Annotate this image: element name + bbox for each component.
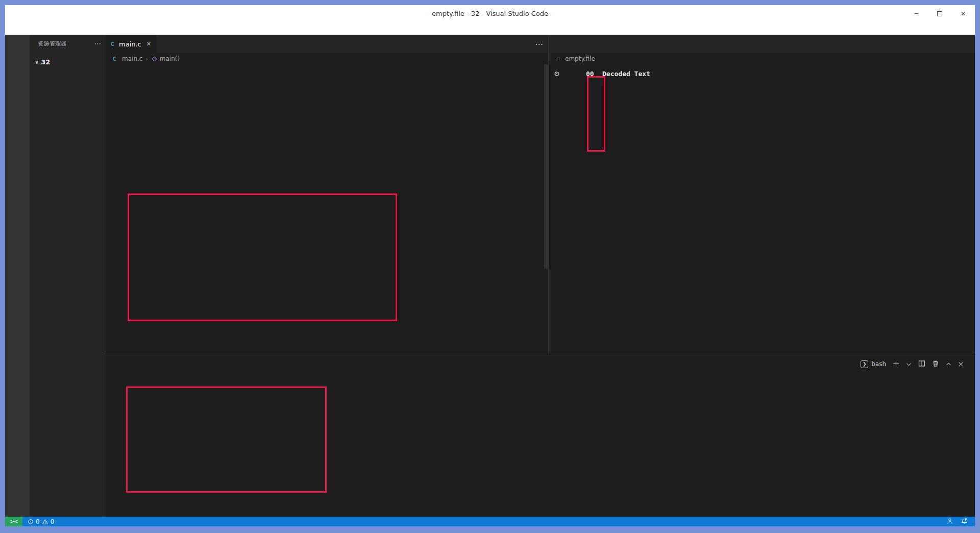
window-controls: ─ ✕ bbox=[904, 5, 975, 22]
breadcrumb-file: empty.file bbox=[565, 55, 595, 62]
panel-header: ❯ bash bbox=[106, 355, 975, 373]
editor-and-panel: C main.c ✕ ⋯ C main.c › bbox=[106, 35, 975, 517]
close-icon[interactable]: ✕ bbox=[146, 41, 151, 47]
problems-status[interactable]: 0 0 bbox=[22, 518, 54, 525]
maximize-icon bbox=[937, 11, 942, 16]
maximize-panel-icon[interactable] bbox=[946, 359, 951, 369]
terminal-icon: ❯ bbox=[861, 360, 868, 368]
tab-main-c[interactable]: C main.c ✕ bbox=[106, 35, 157, 53]
decoded-text-header: Decoded Text bbox=[602, 70, 650, 78]
desktop-frame: empty.file - 32 - Visual Studio Code ─ ✕… bbox=[0, 0, 980, 533]
breadcrumb-hex[interactable]: ≡ empty.file bbox=[549, 53, 975, 64]
chevron-down-icon[interactable] bbox=[906, 359, 912, 369]
editor-groups: C main.c ✕ ⋯ C main.c › bbox=[106, 35, 975, 355]
menu-bar bbox=[5, 22, 975, 35]
terminal-picker[interactable]: ❯ bash bbox=[861, 360, 886, 368]
more-actions-icon[interactable]: ⋯ bbox=[535, 39, 543, 49]
code-editor[interactable] bbox=[106, 64, 548, 355]
folder-root-label: 32 bbox=[41, 58, 50, 66]
c-file-icon: C bbox=[111, 41, 119, 47]
warning-count: 0 bbox=[51, 518, 55, 525]
breadcrumb-separator: › bbox=[144, 56, 149, 62]
window-title: empty.file - 32 - Visual Studio Code bbox=[5, 5, 975, 22]
notifications-bell-icon[interactable] bbox=[961, 517, 968, 526]
terminal[interactable] bbox=[106, 373, 975, 517]
bottom-panel: ❯ bash bbox=[106, 355, 975, 517]
explorer-sidebar: 资源管理器 ⋯ ∨ 32 bbox=[30, 35, 106, 517]
title-bar: empty.file - 32 - Visual Studio Code ─ ✕ bbox=[5, 5, 975, 22]
tab-bar-group1: C main.c ✕ ⋯ bbox=[106, 35, 548, 53]
workbench: 资源管理器 ⋯ ∨ 32 C main.c bbox=[5, 35, 975, 517]
new-terminal-icon[interactable] bbox=[893, 359, 899, 369]
minimize-button[interactable]: ─ bbox=[904, 5, 928, 22]
close-panel-icon[interactable] bbox=[958, 359, 964, 369]
editor-group-code: C main.c ✕ ⋯ C main.c › bbox=[106, 35, 549, 355]
chevron-down-icon: ∨ bbox=[35, 59, 39, 65]
editor-scrollbar[interactable] bbox=[543, 64, 548, 355]
remote-indicator[interactable]: >< bbox=[5, 517, 22, 526]
sidebar-header: 资源管理器 ⋯ bbox=[30, 35, 106, 52]
breadcrumb-symbol: main() bbox=[160, 55, 180, 62]
maximize-button[interactable] bbox=[928, 5, 951, 22]
hex-column-header: 00 bbox=[586, 70, 602, 78]
error-icon bbox=[28, 519, 34, 525]
tab-bar-group2 bbox=[549, 35, 975, 53]
hex-editor[interactable]: ⚙ 00 Decoded Text bbox=[549, 64, 975, 355]
status-bar: >< 0 0 bbox=[5, 517, 975, 526]
vscode-window: empty.file - 32 - Visual Studio Code ─ ✕… bbox=[5, 5, 975, 526]
breadcrumb-file: main.c bbox=[122, 55, 142, 62]
symbol-method-icon bbox=[152, 56, 157, 61]
shell-label: bash bbox=[871, 360, 886, 368]
editor-group-hex: ≡ empty.file ⚙ 00 Decoded Text bbox=[549, 35, 975, 355]
error-count: 0 bbox=[36, 518, 40, 525]
sidebar-more-actions-icon[interactable]: ⋯ bbox=[94, 39, 102, 47]
folder-root[interactable]: ∨ 32 bbox=[30, 56, 106, 67]
file-icon: ≡ bbox=[556, 56, 563, 62]
gear-icon[interactable]: ⚙ bbox=[549, 70, 586, 78]
breadcrumb[interactable]: C main.c › main() bbox=[106, 53, 548, 64]
c-file-icon: C bbox=[113, 56, 120, 62]
feedback-icon[interactable] bbox=[946, 518, 953, 526]
activity-bar bbox=[5, 35, 30, 517]
kill-terminal-icon[interactable] bbox=[932, 359, 939, 369]
panel-actions: ❯ bash bbox=[861, 359, 975, 369]
close-button[interactable]: ✕ bbox=[951, 5, 975, 22]
tab-label: main.c bbox=[119, 40, 141, 48]
warning-icon bbox=[42, 519, 48, 525]
sidebar-title: 资源管理器 bbox=[38, 40, 67, 47]
split-terminal-icon[interactable] bbox=[918, 359, 925, 369]
hex-header-row: ⚙ 00 Decoded Text bbox=[549, 68, 975, 79]
